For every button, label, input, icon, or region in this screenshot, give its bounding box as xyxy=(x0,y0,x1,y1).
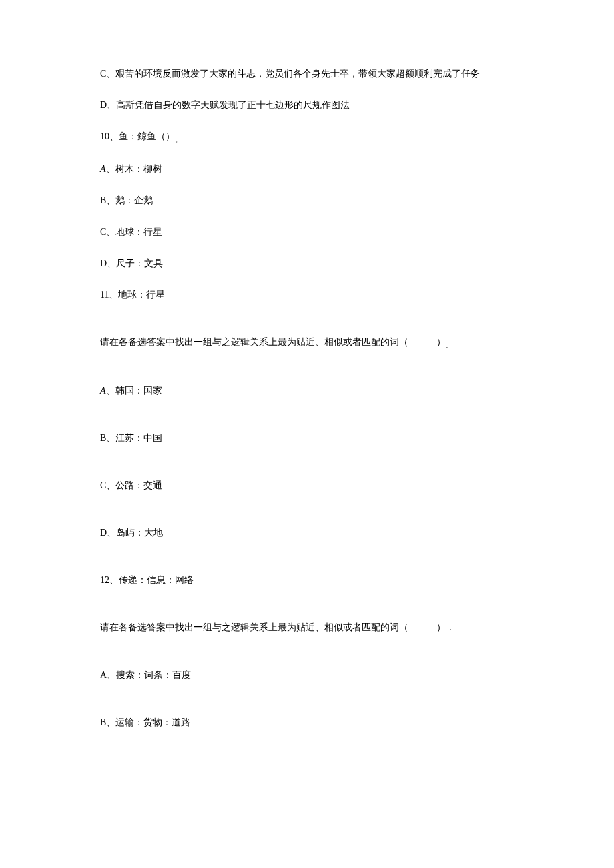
prompt-text: 请在各备选答案中找出一组与之逻辑关系上最为贴近、相似或者匹配的词（ ） xyxy=(100,337,446,347)
punct-sub: 。 xyxy=(446,342,452,349)
option-text: 、韩国：国家 xyxy=(106,386,162,396)
question-11: 11、地球：行星 xyxy=(100,288,514,302)
option-text: A、搜索：词条：百度 xyxy=(100,670,191,680)
q12-prompt: 请在各备选答案中找出一组与之逻辑关系上最为贴近、相似或者匹配的词（ ）． xyxy=(100,620,514,634)
option-letter: A xyxy=(100,386,106,396)
option-c-previous: C、艰苦的环境反而激发了大家的斗志，党员们各个身先士卒，带领大家超额顺利完成了任… xyxy=(100,67,514,81)
option-letter: A xyxy=(100,164,106,174)
question-text: 10、鱼：鲸鱼（） xyxy=(100,131,175,141)
q11-option-a: A、韩国：国家 xyxy=(100,384,514,398)
q12-option-b: B、运输：货物：道路 xyxy=(100,715,514,729)
q11-option-c: C、公路：交通 xyxy=(100,478,514,492)
q10-option-a: A、树木：柳树 xyxy=(100,162,514,176)
q11-prompt: 请在各备选答案中找出一组与之逻辑关系上最为贴近、相似或者匹配的词（ ）。 xyxy=(100,335,514,350)
q10-option-d: D、尺子：文具 xyxy=(100,256,514,270)
option-text: B、鹅：企鹅 xyxy=(100,195,153,205)
option-text: B、运输：货物：道路 xyxy=(100,717,190,727)
question-text: 11、地球：行星 xyxy=(100,290,165,300)
option-text: C、公路：交通 xyxy=(100,480,162,490)
punct-sub: 。 xyxy=(175,136,182,143)
option-d-previous: D、高斯凭借自身的数字天赋发现了正十七边形的尺规作图法 xyxy=(100,98,514,112)
q10-option-c: C、地球：行星 xyxy=(100,225,514,239)
question-10: 10、鱼：鲸鱼（）。 xyxy=(100,129,514,145)
option-text: D、高斯凭借自身的数字天赋发现了正十七边形的尺规作图法 xyxy=(100,100,350,110)
option-text: C、艰苦的环境反而激发了大家的斗志，党员们各个身先士卒，带领大家超额顺利完成了任… xyxy=(100,69,480,79)
q11-option-d: D、岛屿：大地 xyxy=(100,526,514,540)
question-12: 12、传递：信息：网络 xyxy=(100,573,514,587)
q12-option-a: A、搜索：词条：百度 xyxy=(100,668,514,682)
q11-option-b: B、江苏：中国 xyxy=(100,431,514,445)
q10-option-b: B、鹅：企鹅 xyxy=(100,193,514,207)
option-text: D、尺子：文具 xyxy=(100,258,163,268)
document-page: C、艰苦的环境反而激发了大家的斗志，党员们各个身先士卒，带领大家超额顺利完成了任… xyxy=(0,0,614,829)
prompt-text: 请在各备选答案中找出一组与之逻辑关系上最为贴近、相似或者匹配的词（ ）． xyxy=(100,622,455,632)
option-text: 、树木：柳树 xyxy=(106,164,162,174)
option-text: B、江苏：中国 xyxy=(100,433,162,443)
option-text: D、岛屿：大地 xyxy=(100,528,163,538)
question-text: 12、传递：信息：网络 xyxy=(100,575,194,585)
option-text: C、地球：行星 xyxy=(100,227,162,237)
